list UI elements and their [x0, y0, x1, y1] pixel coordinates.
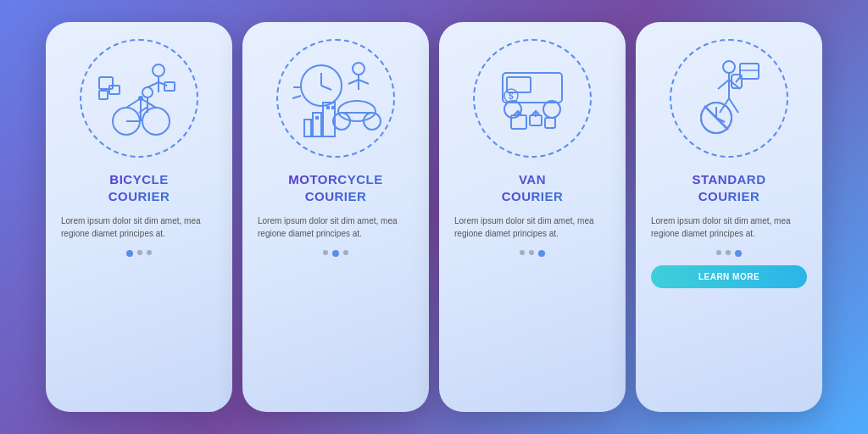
- motorcycle-icon-circle: [276, 39, 395, 158]
- standard-icon: [682, 52, 776, 145]
- dot-1: [520, 250, 525, 255]
- cards-container: BICYCLE COURIER Lorem ipsum dolor sit di…: [29, 5, 839, 429]
- standard-icon-circle: [670, 39, 788, 158]
- dot-3: [735, 250, 742, 257]
- standard-dots: [716, 250, 742, 257]
- svg-text:$: $: [509, 92, 514, 101]
- dot-2: [332, 250, 339, 257]
- bicycle-icon: [92, 52, 186, 145]
- motorcycle-courier-description: Lorem ipsum dolor sit dim amet, mea regi…: [258, 214, 414, 240]
- svg-rect-37: [331, 106, 335, 109]
- svg-line-58: [736, 77, 740, 82]
- svg-rect-39: [507, 77, 531, 92]
- svg-point-3: [153, 64, 164, 76]
- van-dots: [520, 250, 545, 257]
- svg-line-51: [718, 80, 729, 89]
- van-icon: $: [486, 52, 579, 145]
- bicycle-courier-card: BICYCLE COURIER Lorem ipsum dolor sit di…: [46, 22, 232, 412]
- svg-rect-34: [304, 120, 311, 136]
- motorcycle-courier-card: MOTORCYCLE COURIER Lorem ipsum dolor sit…: [242, 22, 429, 412]
- van-icon-circle: $: [473, 39, 592, 158]
- dot-1: [323, 250, 328, 255]
- svg-line-17: [147, 103, 156, 108]
- svg-line-26: [348, 80, 359, 84]
- van-courier-card: $ VAN COURIER Lorem ipsum dolor sit dim …: [439, 22, 626, 412]
- svg-point-30: [364, 113, 381, 130]
- dot-3: [343, 250, 348, 255]
- svg-point-28: [338, 101, 376, 121]
- svg-rect-35: [315, 116, 319, 120]
- van-courier-title: VAN COURIER: [502, 171, 564, 204]
- dot-3: [538, 250, 545, 257]
- dot-2: [137, 250, 142, 255]
- svg-line-21: [321, 86, 331, 90]
- svg-rect-56: [740, 64, 759, 79]
- svg-point-15: [142, 87, 153, 97]
- bicycle-dots: [126, 250, 152, 257]
- standard-courier-title: STANDARD COURIER: [692, 171, 765, 204]
- motorcycle-dots: [323, 250, 348, 257]
- dot-2: [726, 250, 731, 255]
- bicycle-courier-title: BICYCLE COURIER: [108, 171, 170, 204]
- motorcycle-courier-title: MOTORCYCLE COURIER: [288, 171, 382, 204]
- svg-rect-1: [99, 91, 108, 99]
- svg-line-10: [126, 98, 141, 108]
- motorcycle-icon: [289, 52, 382, 145]
- dot-2: [529, 250, 534, 255]
- standard-courier-card: STANDARD COURIER Lorem ipsum dolor sit d…: [636, 22, 822, 412]
- svg-rect-7: [164, 82, 175, 91]
- svg-rect-44: [545, 118, 555, 128]
- learn-more-button[interactable]: LEARN MORE: [651, 265, 807, 288]
- svg-point-24: [353, 63, 364, 75]
- van-courier-description: Lorem ipsum dolor sit dim amet, mea regi…: [454, 214, 610, 240]
- dot-3: [147, 250, 152, 255]
- dot-1: [716, 250, 721, 255]
- svg-point-9: [142, 108, 170, 135]
- bicycle-icon-circle: [80, 39, 198, 158]
- svg-line-23: [292, 96, 301, 98]
- standard-courier-description: Lorem ipsum dolor sit dim amet, mea regi…: [651, 214, 807, 240]
- svg-point-49: [723, 61, 735, 73]
- svg-rect-0: [99, 77, 113, 89]
- bicycle-courier-description: Lorem ipsum dolor sit dim amet, mea regi…: [61, 214, 217, 240]
- svg-line-5: [147, 82, 159, 87]
- dot-1: [126, 250, 133, 257]
- svg-point-14: [138, 96, 143, 101]
- svg-rect-36: [326, 106, 330, 109]
- svg-line-27: [359, 80, 369, 84]
